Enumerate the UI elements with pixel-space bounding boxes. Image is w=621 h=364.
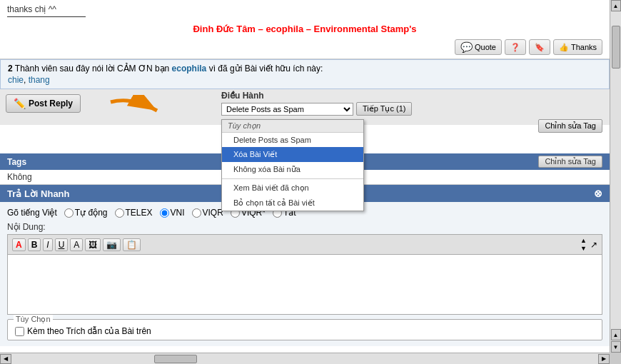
radio-vni[interactable]: VNI	[160, 208, 185, 218]
chinh-sua-button[interactable]: Chỉnh sửa Tag	[538, 119, 602, 133]
toolbar-underline[interactable]: U	[55, 238, 69, 251]
toolbar-italic[interactable]: I	[43, 238, 52, 251]
go-tieng-viet-label: Gõ tiếng Việt	[7, 208, 57, 218]
tuy-chon-header: Tùy chọn	[222, 120, 363, 133]
kem-theo-checkbox[interactable]: Kèm theo Trích dẫn của Bài trên	[15, 326, 595, 336]
thanks-members-section: 2 Thành viên sau đây nói lời CẢM ƠN bạn …	[0, 59, 610, 89]
post-area: ✏️ Post Reply Điều Hành	[0, 89, 610, 125]
collapse-icon[interactable]: ⊗	[594, 188, 602, 199]
pencil-icon: ✏️	[14, 98, 26, 109]
post-title: Đinh Đức Tâm – ecophila – Environmental …	[7, 21, 602, 37]
thanks-user-link[interactable]: ecophila	[172, 64, 207, 74]
toolbar-image[interactable]: 🖼	[85, 238, 101, 251]
tags-value: Không	[7, 172, 32, 182]
resize-corner	[610, 353, 621, 364]
chinh-sua-tag-button[interactable]: Chỉnh sửa Tag	[538, 156, 602, 168]
toolbar-resize-icons: ▲ ▼	[580, 237, 587, 252]
menu-item-khong-xoa[interactable]: Không xóa Bài nữa	[222, 162, 363, 177]
quick-reply-title: Trả Lời Nhanh	[7, 188, 70, 199]
kem-theo-input[interactable]	[15, 327, 24, 336]
dieu-hanh-controls: Delete Posts as Spam Xóa Bài Viết Không …	[221, 102, 412, 116]
scroll-right-arrow[interactable]: ▶	[598, 354, 610, 364]
quick-reply-body: Gõ tiếng Việt Tự động TELEX VNI VIQR	[0, 202, 610, 346]
scroll-small-2[interactable]: ▼	[611, 341, 621, 353]
thanks-icon: 👍	[559, 43, 569, 52]
kem-theo-label: Kèm theo Trích dẫn của Bài trên	[27, 326, 151, 336]
tiep-tuc-button[interactable]: Tiếp Tục (1)	[356, 102, 412, 116]
thanks-text: thanks chị ^^	[7, 4, 602, 14]
reply-editor[interactable]	[8, 255, 602, 312]
dieu-hanh-title: Điều Hành	[221, 91, 412, 101]
scrollbar-right: ▲ ▲ ▼	[610, 0, 621, 353]
menu-item-xoa-bai[interactable]: Xóa Bài Viết	[222, 147, 363, 162]
toolbar-clipboard[interactable]: 📋	[123, 238, 141, 251]
tuy-chon-legend: Tùy Chọn	[14, 315, 53, 324]
member-link-thang[interactable]: thang	[29, 75, 50, 85]
dieu-hanh-dropdown[interactable]: Delete Posts as Spam Xóa Bài Viết Không …	[221, 103, 353, 116]
resize-down-icon[interactable]: ▼	[580, 245, 587, 252]
scroll-left-arrow[interactable]: ◀	[0, 354, 11, 364]
radio-auto[interactable]: Tự động	[64, 208, 108, 218]
thanks-text1: Thành viên sau đây nói lời CẢM ƠN bạn	[15, 64, 169, 74]
quote-button[interactable]: 💬 Quote	[455, 39, 502, 55]
resize-up-icon[interactable]: ▲	[580, 237, 587, 244]
toolbar-font-color[interactable]: A	[12, 238, 26, 251]
scroll-up-arrow[interactable]: ▲	[611, 0, 621, 11]
menu-divider	[222, 178, 363, 179]
editor-container: A B I U A 🖼 📷 📋 ▲ ▼ ↗	[7, 234, 602, 315]
menu-item-delete-spam[interactable]: Delete Posts as Spam	[222, 133, 363, 147]
dropdown-open-menu: Tùy chọn Delete Posts as Spam Xóa Bài Vi…	[221, 119, 364, 211]
bookmark-button[interactable]: 🔖	[529, 39, 550, 55]
post-reply-button[interactable]: ✏️ Post Reply	[6, 94, 81, 113]
quote-icon: 💬	[460, 41, 473, 53]
member-link-chie[interactable]: chie	[8, 75, 24, 85]
post-reply-label: Post Reply	[29, 98, 73, 108]
info-button[interactable]: ❓	[505, 39, 526, 55]
underline-decoration	[7, 16, 86, 17]
scroll-small-1[interactable]: ▲	[611, 329, 621, 340]
member-links: chie, thang	[8, 75, 602, 85]
thanks-text2: vì đã gửi Bài viết hữu ích này:	[209, 64, 323, 74]
dieu-hanh-panel: Điều Hành Delete Posts as Spam Xóa Bài V…	[221, 91, 412, 116]
thanks-count: 2	[8, 64, 13, 74]
top-section: thanks chị ^^ Đinh Đức Tâm – ecophila – …	[0, 0, 610, 59]
expand-icon[interactable]: ↗	[590, 240, 597, 250]
scroll-thumb[interactable]	[612, 26, 620, 69]
toolbar-insert-image[interactable]: 📷	[103, 238, 121, 251]
thanks-button[interactable]: 👍 Thanks	[553, 39, 602, 55]
toolbar-font-color2[interactable]: A	[70, 238, 83, 251]
scrollbar-bottom: ◀ ▶	[0, 353, 610, 364]
orange-arrow	[104, 95, 168, 128]
menu-item-bo-chon[interactable]: Bỏ chọn tất cả Bài viết	[222, 196, 363, 211]
radio-viqr[interactable]: VIQR	[192, 208, 223, 218]
scroll-h-thumb[interactable]	[154, 355, 197, 363]
editor-toolbar: A B I U A 🖼 📷 📋 ▲ ▼ ↗	[8, 235, 602, 255]
tuy-chon-box: Tùy Chọn Kèm theo Trích dẫn của Bài trên	[7, 319, 602, 340]
menu-item-xem-bai[interactable]: Xem Bài viết đã chọn	[222, 181, 363, 196]
radio-telex[interactable]: TELEX	[115, 208, 153, 218]
tags-label: Tags	[7, 157, 26, 167]
toolbar-bold[interactable]: B	[28, 238, 41, 251]
action-buttons-row: 💬 Quote ❓ 🔖 👍 Thanks	[7, 37, 602, 57]
noi-dung-label: Nội Dung:	[7, 222, 602, 232]
